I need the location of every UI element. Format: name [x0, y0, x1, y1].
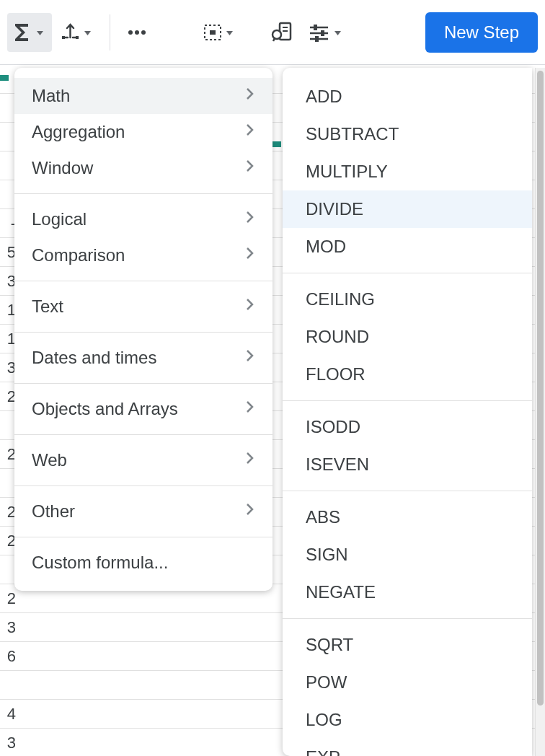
function-round[interactable]: ROUND: [283, 318, 532, 356]
svg-rect-15: [321, 30, 324, 36]
function-pow[interactable]: POW: [283, 664, 532, 701]
svg-rect-17: [315, 36, 319, 42]
chevron-right-icon: [245, 158, 255, 178]
new-step-button[interactable]: New Step: [425, 12, 538, 53]
menu-item-dates-and-times[interactable]: Dates and times: [14, 340, 272, 376]
merge-dropdown[interactable]: [55, 13, 99, 52]
chevron-right-icon: [245, 399, 255, 419]
chevron-right-icon: [245, 245, 255, 265]
submenu-scrollbar-thumb[interactable]: [537, 71, 544, 706]
function-exp[interactable]: EXP: [283, 739, 532, 756]
menu-item-window[interactable]: Window: [14, 150, 272, 186]
formula-category-menu: MathAggregationWindowLogicalComparisonTe…: [14, 68, 272, 591]
menu-separator: [14, 281, 272, 281]
menu-item-label: Dates and times: [32, 348, 156, 368]
function-subtract[interactable]: SUBTRACT: [283, 115, 532, 153]
function-log[interactable]: LOG: [283, 701, 532, 739]
chevron-right-icon: [245, 450, 255, 470]
menu-item-label: Web: [32, 450, 67, 470]
function-mod[interactable]: MOD: [283, 228, 532, 265]
submenu-separator: [283, 618, 532, 619]
function-iseven[interactable]: ISEVEN: [283, 446, 532, 483]
menu-item-label: Other: [32, 501, 75, 522]
menu-item-label: Comparison: [32, 245, 125, 265]
menu-item-logical[interactable]: Logical: [14, 201, 272, 237]
submenu-separator: [283, 491, 532, 491]
menu-item-label: Logical: [32, 209, 87, 229]
toolbar-divider: [110, 14, 110, 50]
svg-line-11: [273, 38, 275, 41]
svg-point-10: [272, 30, 281, 39]
menu-item-label: Math: [32, 86, 70, 106]
function-isodd[interactable]: ISODD: [283, 408, 532, 446]
menu-item-math[interactable]: Math: [14, 78, 272, 114]
cell: 6: [0, 647, 17, 666]
menu-separator: [14, 193, 272, 194]
svg-point-2: [128, 30, 133, 35]
submenu-separator: [283, 273, 532, 273]
column-highlight-left: [0, 75, 9, 81]
function-sign[interactable]: SIGN: [283, 536, 532, 573]
column-highlight-right: [271, 141, 281, 147]
menu-item-comparison[interactable]: Comparison: [14, 237, 272, 273]
menu-item-objects-and-arrays[interactable]: Objects and Arrays: [14, 391, 272, 427]
function-add[interactable]: ADD: [283, 78, 532, 115]
chevron-right-icon: [245, 86, 255, 106]
menu-separator: [14, 537, 272, 537]
selection-dropdown[interactable]: [197, 13, 242, 52]
chevron-right-icon: [245, 296, 255, 317]
menu-item-label: Objects and Arrays: [32, 399, 178, 419]
menu-item-text[interactable]: Text: [14, 289, 272, 325]
settings-dropdown[interactable]: [302, 13, 350, 52]
svg-rect-0: [62, 36, 65, 39]
submenu-scrollbar[interactable]: [535, 68, 545, 756]
cell: 4: [0, 705, 17, 724]
function-divide[interactable]: DIVIDE: [283, 190, 532, 228]
menu-item-label: Custom formula...: [32, 553, 168, 573]
menu-separator: [14, 383, 272, 384]
chevron-right-icon: [245, 122, 255, 142]
svg-point-4: [141, 30, 146, 35]
svg-point-3: [135, 30, 139, 35]
chevron-right-icon: [245, 501, 255, 522]
menu-item-custom-formula-[interactable]: Custom formula...: [14, 545, 272, 581]
svg-rect-1: [76, 36, 79, 39]
menu-item-label: Text: [32, 296, 63, 317]
math-functions-submenu: ADDSUBTRACTMULTIPLYDIVIDEMODCEILINGROUND…: [283, 68, 532, 756]
menu-separator: [14, 332, 272, 333]
function-abs[interactable]: ABS: [283, 498, 532, 536]
menu-item-web[interactable]: Web: [14, 442, 272, 478]
toolbar: New Step: [0, 0, 545, 65]
menu-item-label: Aggregation: [32, 122, 125, 142]
svg-rect-6: [210, 30, 216, 35]
menu-separator: [14, 434, 272, 435]
menu-item-label: Window: [32, 158, 93, 178]
chevron-right-icon: [245, 209, 255, 229]
menu-item-aggregation[interactable]: Aggregation: [14, 114, 272, 150]
function-sqrt[interactable]: SQRT: [283, 626, 532, 664]
svg-rect-13: [314, 25, 317, 30]
cell: 3: [0, 734, 17, 752]
find-button[interactable]: [265, 13, 299, 52]
cell: 2: [0, 589, 17, 608]
menu-separator: [14, 485, 272, 486]
function-multiply[interactable]: MULTIPLY: [283, 153, 532, 190]
sigma-dropdown[interactable]: [7, 13, 52, 52]
function-floor[interactable]: FLOOR: [283, 356, 532, 393]
cell: 3: [0, 618, 17, 637]
chevron-right-icon: [245, 348, 255, 368]
submenu-separator: [283, 400, 532, 401]
menu-item-other[interactable]: Other: [14, 493, 272, 529]
function-negate[interactable]: NEGATE: [283, 573, 532, 611]
function-ceiling[interactable]: CEILING: [283, 281, 532, 318]
more-button[interactable]: [120, 13, 154, 52]
